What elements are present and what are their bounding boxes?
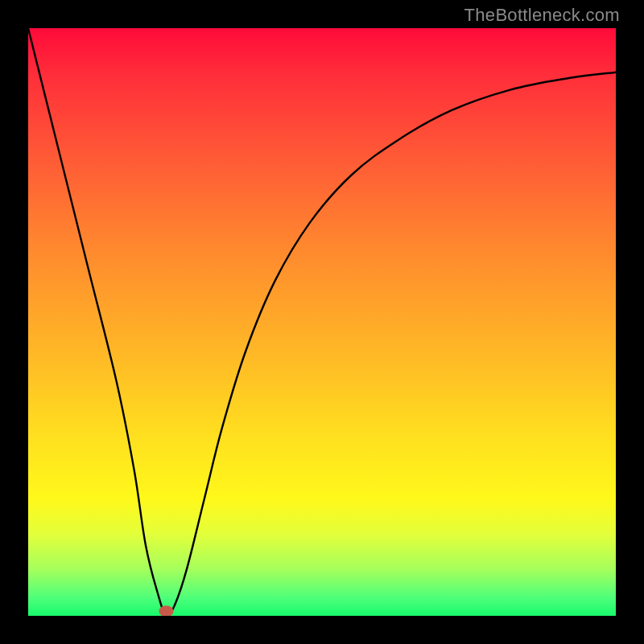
chart-frame: TheBottleneck.com	[0, 0, 644, 644]
plot-area	[28, 28, 616, 616]
bottleneck-curve	[28, 28, 616, 616]
watermark-text: TheBottleneck.com	[464, 5, 620, 26]
chart-svg	[28, 28, 616, 616]
